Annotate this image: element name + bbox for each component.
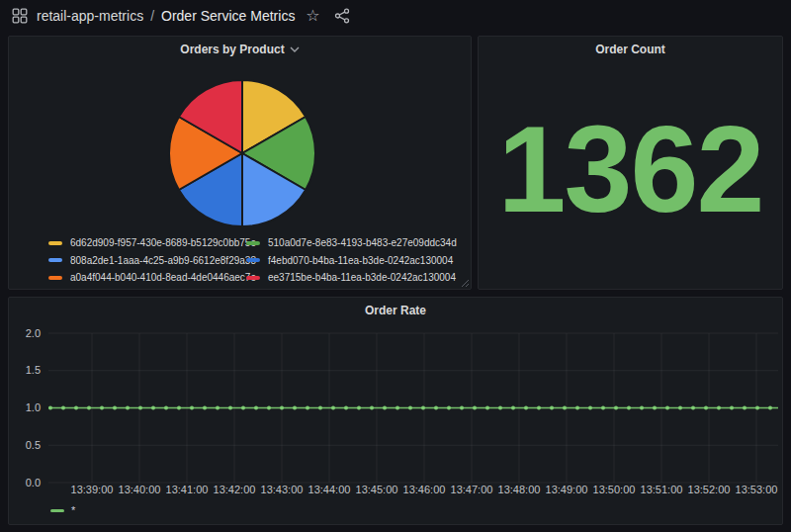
x-axis-tick-label: 13:45:00 xyxy=(356,484,398,495)
series-point xyxy=(151,406,155,410)
series-point xyxy=(627,406,631,410)
breadcrumb-separator: / xyxy=(150,8,154,24)
series-label: 510a0d7e-8e83-4193-b483-e27e09ddc34d xyxy=(268,237,457,248)
y-axis-tick-label: 1.0 xyxy=(26,401,41,413)
series-point xyxy=(190,406,194,410)
dashboard-header: retail-app-metrics / Order Service Metri… xyxy=(0,0,791,32)
y-axis-tick-label: 2.0 xyxy=(26,327,41,339)
panel-order-count: Order Count 1362 xyxy=(478,36,783,290)
series-marker xyxy=(50,509,64,512)
series-point xyxy=(293,406,297,410)
pie-legend-item[interactable]: f4ebd070-b4ba-11ea-b3de-0242ac130004 xyxy=(246,255,457,266)
series-point xyxy=(177,406,181,410)
series-label: f4ebd070-b4ba-11ea-b3de-0242ac130004 xyxy=(268,255,453,266)
pie-legend-item[interactable]: ee3715be-b4ba-11ea-b3de-0242ac130004 xyxy=(246,272,457,283)
series-point xyxy=(473,406,477,410)
series-point xyxy=(743,406,747,410)
series-marker xyxy=(246,241,260,245)
series-point xyxy=(48,406,52,410)
x-axis-tick-label: 13:53:00 xyxy=(736,484,778,495)
share-icon[interactable] xyxy=(330,4,354,28)
series-point xyxy=(498,406,502,410)
series-point xyxy=(241,406,245,410)
apps-grid-icon[interactable] xyxy=(12,8,28,24)
series-point xyxy=(216,406,220,410)
rate-legend-item[interactable]: * xyxy=(50,504,75,516)
series-point xyxy=(485,406,489,410)
series-point xyxy=(537,406,541,410)
pie-legend-item[interactable]: 808a2de1-1aaa-4c25-a9b9-6612e8f29a38 xyxy=(48,255,246,266)
series-point xyxy=(280,406,284,410)
series-point xyxy=(370,406,374,410)
series-point xyxy=(306,406,309,410)
breadcrumb-folder[interactable]: retail-app-metrics xyxy=(37,8,143,24)
star-icon[interactable]: ☆ xyxy=(301,4,324,28)
series-point xyxy=(511,406,515,410)
pie-legend-item[interactable]: a0a4f044-b040-410d-8ead-4de0446aec7e xyxy=(48,272,246,283)
series-point xyxy=(691,406,695,410)
series-point xyxy=(730,406,734,410)
series-point xyxy=(717,406,721,410)
series-point xyxy=(357,406,361,410)
series-point xyxy=(113,406,117,410)
series-point xyxy=(588,406,592,410)
series-point xyxy=(524,406,528,410)
series-label: * xyxy=(71,504,75,516)
x-axis-tick-label: 13:42:00 xyxy=(214,484,256,495)
series-point xyxy=(550,406,554,410)
panel-title-order-rate[interactable]: Order Rate xyxy=(9,298,782,323)
pie-legend-item[interactable]: 510a0d7e-8e83-4193-b483-e27e09ddc34d xyxy=(246,237,457,248)
breadcrumb-dashboard-title: Order Service Metrics xyxy=(161,8,295,24)
x-axis-tick-label: 13:47:00 xyxy=(451,484,493,495)
series-point xyxy=(383,406,387,410)
series-point xyxy=(254,406,258,410)
panel-title-orders-by-product[interactable]: Orders by Product xyxy=(9,37,471,62)
series-point xyxy=(126,406,130,410)
x-axis-tick-label: 13:48:00 xyxy=(498,484,541,495)
series-point xyxy=(755,406,759,410)
y-axis-tick-label: 0.5 xyxy=(26,439,41,451)
stat-value: 1362 xyxy=(479,62,782,275)
series-point xyxy=(396,406,399,410)
series-point xyxy=(768,406,772,410)
x-axis-tick-label: 13:51:00 xyxy=(641,484,683,495)
x-axis-tick-label: 13:52:00 xyxy=(688,484,731,495)
series-point xyxy=(100,406,104,410)
x-axis-tick-label: 13:46:00 xyxy=(403,484,446,495)
series-point xyxy=(331,406,335,410)
pie-legend: 6d62d909-f957-430e-8689-b5129c0bb75e808a… xyxy=(48,234,457,287)
series-point xyxy=(563,406,567,410)
order-rate-chart[interactable]: 0.00.51.01.52.013:39:0013:40:0013:41:001… xyxy=(9,323,782,526)
series-label: a0a4f044-b040-410d-8ead-4de0446aec7e xyxy=(70,272,256,283)
chevron-down-icon xyxy=(290,46,300,52)
x-axis-tick-label: 13:44:00 xyxy=(308,484,351,495)
series-point xyxy=(460,406,464,410)
y-axis-tick-label: 1.5 xyxy=(26,364,41,376)
x-axis-tick-label: 13:50:00 xyxy=(593,484,636,495)
series-point xyxy=(344,406,348,410)
series-point xyxy=(434,406,438,410)
series-point xyxy=(640,406,644,410)
series-point xyxy=(61,406,65,410)
pie-chart[interactable] xyxy=(9,60,471,230)
series-point xyxy=(601,406,605,410)
series-point xyxy=(704,406,708,410)
series-point xyxy=(678,406,682,410)
series-marker xyxy=(48,258,62,262)
y-axis-tick-label: 0.0 xyxy=(26,477,41,488)
series-point xyxy=(408,406,412,410)
series-point xyxy=(653,406,657,410)
series-point xyxy=(228,406,232,410)
series-point xyxy=(164,406,168,410)
series-point xyxy=(421,406,425,410)
panel-title-order-count[interactable]: Order Count xyxy=(479,37,782,62)
series-point xyxy=(614,406,618,410)
series-marker xyxy=(246,258,260,262)
x-axis-tick-label: 13:40:00 xyxy=(119,484,161,495)
panel-resize-handle[interactable] xyxy=(460,278,470,288)
x-axis-tick-label: 13:39:00 xyxy=(71,484,114,495)
pie-legend-item[interactable]: 6d62d909-f957-430e-8689-b5129c0bb75e xyxy=(48,237,246,248)
series-point xyxy=(203,406,207,410)
series-label: 6d62d909-f957-430e-8689-b5129c0bb75e xyxy=(70,237,256,248)
series-label: 808a2de1-1aaa-4c25-a9b9-6612e8f29a38 xyxy=(70,255,256,266)
